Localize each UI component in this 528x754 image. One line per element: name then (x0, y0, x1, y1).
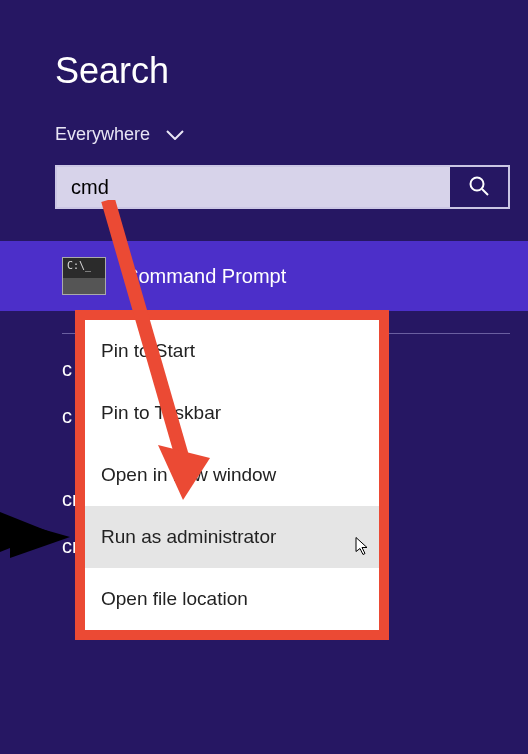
context-open-new-window[interactable]: Open in new window (85, 444, 379, 506)
search-scope-dropdown[interactable]: Everywhere (0, 92, 528, 145)
svg-line-1 (482, 189, 488, 195)
search-scope-label: Everywhere (55, 124, 150, 145)
chevron-down-icon (166, 124, 184, 145)
search-input[interactable] (57, 167, 450, 207)
search-icon (468, 175, 490, 200)
svg-marker-5 (10, 520, 70, 558)
command-prompt-icon: C:\_ (62, 257, 106, 295)
context-pin-to-start[interactable]: Pin to Start (85, 320, 379, 382)
context-run-as-administrator[interactable]: Run as administrator (85, 506, 379, 568)
search-button[interactable] (450, 167, 508, 207)
page-title: Search (0, 0, 528, 92)
result-label: Command Prompt (124, 265, 286, 288)
result-match: c (62, 405, 72, 427)
search-bar (55, 165, 510, 209)
context-open-file-location[interactable]: Open file location (85, 568, 379, 630)
result-match: c (62, 358, 72, 380)
side-indicator-icon (0, 502, 80, 572)
result-command-prompt[interactable]: C:\_ Command Prompt (0, 241, 528, 311)
svg-point-0 (471, 177, 484, 190)
context-menu: Pin to Start Pin to Taskbar Open in new … (75, 310, 389, 640)
context-item-label: Run as administrator (101, 526, 276, 547)
cursor-icon (355, 537, 371, 562)
context-pin-to-taskbar[interactable]: Pin to Taskbar (85, 382, 379, 444)
